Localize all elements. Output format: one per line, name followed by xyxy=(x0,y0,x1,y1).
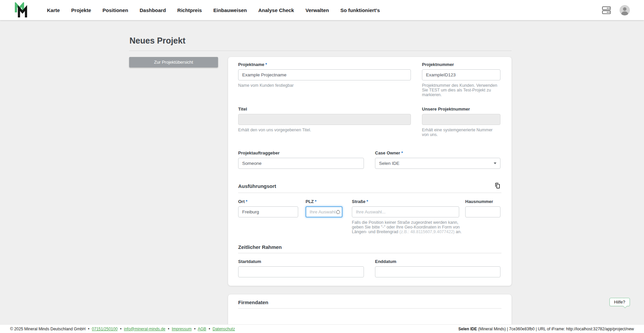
footer-session-info: Selen IDE (Mineral Minds) | 7ce360e83fb0… xyxy=(459,327,634,331)
ausfuehrungsort-section-title: Ausführungsort xyxy=(238,183,276,189)
nav-item-positionen[interactable]: Positionen xyxy=(103,7,128,13)
zur-projektuebersicht-button[interactable]: Zur Projektübersicht xyxy=(129,57,218,67)
enddatum-field: Enddatum xyxy=(375,259,500,277)
case-owner-selected-value: Selen IDE xyxy=(379,161,399,166)
nav-item-so-funktionierts[interactable]: So funktioniert's xyxy=(340,7,380,13)
strasse-field: Straße* Falls die Position keiner Straße… xyxy=(352,199,459,234)
titel-field: Titel Erhält den von uns vorgegebenen Ti… xyxy=(238,107,411,132)
strasse-label: Straße* xyxy=(352,199,459,204)
strasse-helper: Falls die Position keiner Straße zugeord… xyxy=(352,220,470,234)
ort-field: Ort* xyxy=(238,199,298,217)
footer-link-email[interactable]: info@mineral-minds.de xyxy=(124,327,165,331)
nav-item-karte[interactable]: Karte xyxy=(47,7,60,13)
ort-input[interactable] xyxy=(238,206,298,217)
projektauftraggeber-label: Projektauftraggeber xyxy=(238,150,364,155)
firmendaten-section-title: Firmendaten xyxy=(238,299,268,305)
case-owner-label: Case Owner* xyxy=(375,150,500,155)
firmendaten-section-header: Firmendaten xyxy=(238,299,501,309)
projektnummer-label: Projektnummer xyxy=(422,62,500,67)
titel-label: Titel xyxy=(238,107,411,112)
required-asterisk: * xyxy=(246,199,248,204)
footer-link-phone[interactable]: 07151/250100 xyxy=(92,327,118,331)
zeitlicher-rahmen-section-title: Zeitlicher Rahmen xyxy=(238,244,282,250)
projektauftraggeber-input[interactable] xyxy=(238,158,364,169)
project-form-card: Projektname* Name vom Kunden festlegbar … xyxy=(228,57,512,286)
enddatum-label: Enddatum xyxy=(375,259,500,264)
title-divider xyxy=(129,51,512,51)
hausnummer-field: Hausnummer xyxy=(465,199,500,217)
footer-link-datenschutz[interactable]: Datenschutz xyxy=(213,327,235,331)
projektname-input[interactable] xyxy=(238,69,411,80)
server-icon[interactable] xyxy=(602,6,611,14)
unsere-projektnummer-helper: Erhält eine systemgenerierte Nummer von … xyxy=(422,128,500,137)
titel-input xyxy=(238,114,411,125)
ausfuehrungsort-section-header: Ausführungsort xyxy=(238,182,501,193)
chevron-down-icon xyxy=(494,162,496,164)
ort-label: Ort* xyxy=(238,199,298,204)
hausnummer-label: Hausnummer xyxy=(465,199,500,204)
plz-field: PLZ* xyxy=(306,199,342,217)
nav-item-richtpreis[interactable]: Richtpreis xyxy=(177,7,202,13)
nav-item-einbauweisen[interactable]: Einbauweisen xyxy=(213,7,247,13)
case-owner-field: Case Owner* Selen IDE xyxy=(375,150,500,169)
startdatum-field: Startdatum xyxy=(238,259,364,277)
startdatum-input[interactable] xyxy=(238,266,364,277)
unsere-projektnummer-field: Unsere Projektnummer Erhält eine systemg… xyxy=(422,107,500,137)
nav-item-verwalten[interactable]: Verwalten xyxy=(306,7,329,13)
projektname-label: Projektname* xyxy=(238,62,411,67)
required-asterisk: * xyxy=(401,150,403,155)
projektauftraggeber-field: Projektauftraggeber xyxy=(238,150,364,169)
footer-link-agb[interactable]: AGB xyxy=(198,327,206,331)
required-asterisk: * xyxy=(265,62,267,67)
page-footer: © 2025 Mineral Minds Deutschland GmbH • … xyxy=(0,324,644,333)
copy-icon[interactable] xyxy=(495,182,501,190)
help-button[interactable]: Hilfe? xyxy=(609,298,630,306)
loading-spinner-icon xyxy=(336,210,340,214)
user-avatar-icon[interactable] xyxy=(620,5,630,15)
nav-item-dashboard[interactable]: Dashboard xyxy=(140,7,166,13)
nav-item-projekte[interactable]: Projekte xyxy=(71,7,91,13)
required-asterisk: * xyxy=(366,199,368,204)
header-actions xyxy=(602,5,630,15)
projektnummer-field: Projektnummer Projektnummer des Kunden. … xyxy=(422,62,500,97)
main-nav: Karte Projekte Positionen Dashboard Rich… xyxy=(47,7,380,13)
mineral-minds-logo-icon[interactable] xyxy=(14,2,28,18)
unsere-projektnummer-input xyxy=(422,114,500,125)
nav-item-analyse-check[interactable]: Analyse Check xyxy=(258,7,294,13)
projektnummer-helper: Projektnummer des Kunden. Verwenden Sie … xyxy=(422,83,500,97)
session-details: (Mineral Minds) | 7ce360e83fb0 | URL of … xyxy=(477,327,634,331)
zeitlicher-rahmen-section-header: Zeitlicher Rahmen xyxy=(238,244,501,253)
unsere-projektnummer-label: Unsere Projektnummer xyxy=(422,107,500,112)
copyright-text: © 2025 Mineral Minds Deutschland GmbH xyxy=(10,327,86,331)
titel-helper: Erhält den von uns vorgegebenen Titel. xyxy=(238,128,411,132)
plz-label: PLZ* xyxy=(306,199,342,204)
footer-link-impressum[interactable]: Impressum xyxy=(172,327,192,331)
footer-legal: © 2025 Mineral Minds Deutschland GmbH • … xyxy=(10,327,235,331)
hausnummer-input[interactable] xyxy=(465,206,500,217)
projektnummer-input[interactable] xyxy=(422,69,500,80)
firmendaten-card: Firmendaten xyxy=(228,294,512,324)
projektname-field: Projektname* Name vom Kunden festlegbar xyxy=(238,62,411,88)
projektname-helper: Name vom Kunden festlegbar xyxy=(238,83,411,88)
case-owner-select[interactable]: Selen IDE xyxy=(375,158,500,169)
app-header: Karte Projekte Positionen Dashboard Rich… xyxy=(0,0,644,20)
required-asterisk: * xyxy=(315,199,317,204)
startdatum-label: Startdatum xyxy=(238,259,364,264)
main-content: Neues Projekt Zur Projektübersicht Proje… xyxy=(0,20,644,324)
enddatum-input[interactable] xyxy=(375,266,500,277)
page-title: Neues Projekt xyxy=(129,36,512,46)
strasse-input[interactable] xyxy=(352,206,459,217)
session-user: Selen IDE xyxy=(459,327,477,331)
